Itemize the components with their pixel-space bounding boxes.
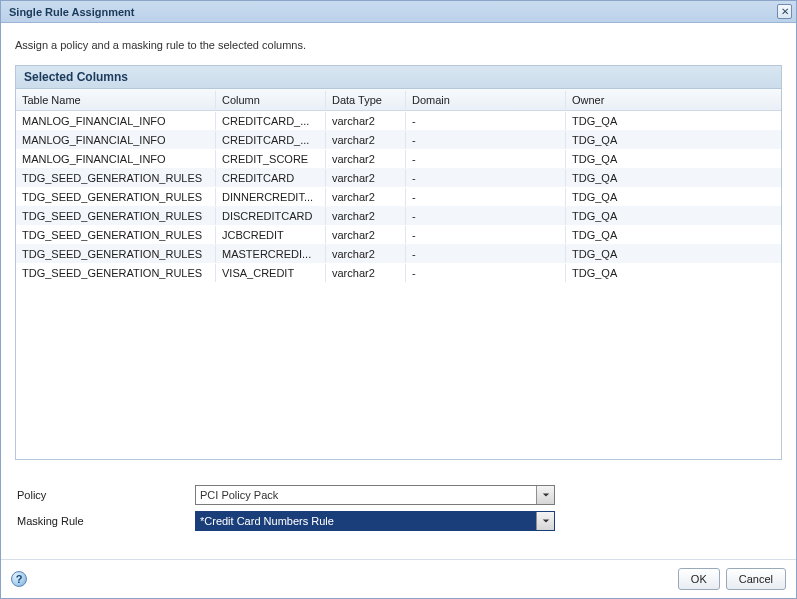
cell-column: CREDIT_SCORE bbox=[216, 150, 326, 168]
chevron-down-icon bbox=[542, 491, 550, 499]
grid-body: MANLOG_FINANCIAL_INFOCREDITCARD_...varch… bbox=[16, 111, 781, 282]
cell-owner: TDG_QA bbox=[566, 150, 781, 168]
window-title: Single Rule Assignment bbox=[9, 6, 777, 18]
chevron-down-icon bbox=[542, 517, 550, 525]
table-row[interactable]: TDG_SEED_GENERATION_RULESDISCREDITCARDva… bbox=[16, 206, 781, 225]
table-row[interactable]: TDG_SEED_GENERATION_RULESCREDITCARDvarch… bbox=[16, 168, 781, 187]
cell-table-name: MANLOG_FINANCIAL_INFO bbox=[16, 112, 216, 130]
cell-domain: - bbox=[406, 112, 566, 130]
cell-data-type: varchar2 bbox=[326, 112, 406, 130]
cell-domain: - bbox=[406, 169, 566, 187]
cell-column: VISA_CREDIT bbox=[216, 264, 326, 282]
grid-header-row: Table Name Column Data Type Domain Owner bbox=[16, 89, 781, 111]
cell-column: MASTERCREDI... bbox=[216, 245, 326, 263]
table-row[interactable]: TDG_SEED_GENERATION_RULESDINNERCREDIT...… bbox=[16, 187, 781, 206]
masking-rule-dropdown-button[interactable] bbox=[536, 512, 554, 530]
policy-row: Policy PCI Policy Pack bbox=[15, 482, 782, 508]
cell-data-type: varchar2 bbox=[326, 226, 406, 244]
help-button[interactable]: ? bbox=[11, 571, 27, 587]
cell-domain: - bbox=[406, 245, 566, 263]
cell-table-name: TDG_SEED_GENERATION_RULES bbox=[16, 188, 216, 206]
cell-column: DINNERCREDIT... bbox=[216, 188, 326, 206]
cell-column: CREDITCARD_... bbox=[216, 131, 326, 149]
cancel-button[interactable]: Cancel bbox=[726, 568, 786, 590]
cell-column: JCBCREDIT bbox=[216, 226, 326, 244]
cell-column: CREDITCARD_... bbox=[216, 112, 326, 130]
form-area: Policy PCI Policy Pack Masking Rule *Cre… bbox=[15, 460, 782, 534]
help-icon: ? bbox=[16, 573, 23, 585]
columns-grid: Table Name Column Data Type Domain Owner… bbox=[16, 89, 781, 459]
cell-table-name: TDG_SEED_GENERATION_RULES bbox=[16, 207, 216, 225]
cell-domain: - bbox=[406, 131, 566, 149]
header-table-name[interactable]: Table Name bbox=[16, 91, 216, 109]
close-icon: ✕ bbox=[781, 6, 789, 17]
dialog-window: Single Rule Assignment ✕ Assign a policy… bbox=[0, 0, 797, 599]
cell-table-name: TDG_SEED_GENERATION_RULES bbox=[16, 264, 216, 282]
cell-data-type: varchar2 bbox=[326, 245, 406, 263]
cell-owner: TDG_QA bbox=[566, 131, 781, 149]
cell-table-name: MANLOG_FINANCIAL_INFO bbox=[16, 131, 216, 149]
header-column[interactable]: Column bbox=[216, 91, 326, 109]
cell-column: CREDITCARD bbox=[216, 169, 326, 187]
cell-data-type: varchar2 bbox=[326, 169, 406, 187]
policy-value: PCI Policy Pack bbox=[196, 489, 536, 501]
policy-dropdown-button[interactable] bbox=[536, 486, 554, 504]
masking-rule-value: *Credit Card Numbers Rule bbox=[196, 515, 536, 527]
cell-table-name: TDG_SEED_GENERATION_RULES bbox=[16, 226, 216, 244]
cell-owner: TDG_QA bbox=[566, 264, 781, 282]
table-row[interactable]: MANLOG_FINANCIAL_INFOCREDITCARD_...varch… bbox=[16, 111, 781, 130]
header-data-type[interactable]: Data Type bbox=[326, 91, 406, 109]
masking-rule-row: Masking Rule *Credit Card Numbers Rule bbox=[15, 508, 782, 534]
instruction-text: Assign a policy and a masking rule to th… bbox=[15, 39, 782, 51]
cell-domain: - bbox=[406, 150, 566, 168]
table-row[interactable]: MANLOG_FINANCIAL_INFOCREDITCARD_...varch… bbox=[16, 130, 781, 149]
table-row[interactable]: TDG_SEED_GENERATION_RULESVISA_CREDITvarc… bbox=[16, 263, 781, 282]
cell-data-type: varchar2 bbox=[326, 131, 406, 149]
cell-domain: - bbox=[406, 264, 566, 282]
cell-owner: TDG_QA bbox=[566, 112, 781, 130]
cell-data-type: varchar2 bbox=[326, 207, 406, 225]
table-row[interactable]: TDG_SEED_GENERATION_RULESJCBCREDITvarcha… bbox=[16, 225, 781, 244]
cell-table-name: TDG_SEED_GENERATION_RULES bbox=[16, 169, 216, 187]
selected-columns-panel: Selected Columns Table Name Column Data … bbox=[15, 65, 782, 460]
panel-title: Selected Columns bbox=[16, 66, 781, 89]
dialog-footer: ? OK Cancel bbox=[1, 559, 796, 598]
cell-owner: TDG_QA bbox=[566, 207, 781, 225]
cell-domain: - bbox=[406, 188, 566, 206]
cell-data-type: varchar2 bbox=[326, 264, 406, 282]
header-owner[interactable]: Owner bbox=[566, 91, 781, 109]
masking-rule-combobox[interactable]: *Credit Card Numbers Rule bbox=[195, 511, 555, 531]
close-button[interactable]: ✕ bbox=[777, 4, 792, 19]
table-row[interactable]: MANLOG_FINANCIAL_INFOCREDIT_SCOREvarchar… bbox=[16, 149, 781, 168]
masking-rule-label: Masking Rule bbox=[15, 515, 195, 527]
cell-data-type: varchar2 bbox=[326, 188, 406, 206]
ok-button[interactable]: OK bbox=[678, 568, 720, 590]
cell-owner: TDG_QA bbox=[566, 245, 781, 263]
cell-table-name: MANLOG_FINANCIAL_INFO bbox=[16, 150, 216, 168]
policy-combobox[interactable]: PCI Policy Pack bbox=[195, 485, 555, 505]
cell-data-type: varchar2 bbox=[326, 150, 406, 168]
cell-domain: - bbox=[406, 207, 566, 225]
policy-label: Policy bbox=[15, 489, 195, 501]
cell-domain: - bbox=[406, 226, 566, 244]
table-row[interactable]: TDG_SEED_GENERATION_RULESMASTERCREDI...v… bbox=[16, 244, 781, 263]
cell-table-name: TDG_SEED_GENERATION_RULES bbox=[16, 245, 216, 263]
cell-owner: TDG_QA bbox=[566, 169, 781, 187]
cell-column: DISCREDITCARD bbox=[216, 207, 326, 225]
titlebar: Single Rule Assignment ✕ bbox=[1, 1, 796, 23]
dialog-body: Assign a policy and a masking rule to th… bbox=[1, 23, 796, 559]
cell-owner: TDG_QA bbox=[566, 188, 781, 206]
header-domain[interactable]: Domain bbox=[406, 91, 566, 109]
cell-owner: TDG_QA bbox=[566, 226, 781, 244]
